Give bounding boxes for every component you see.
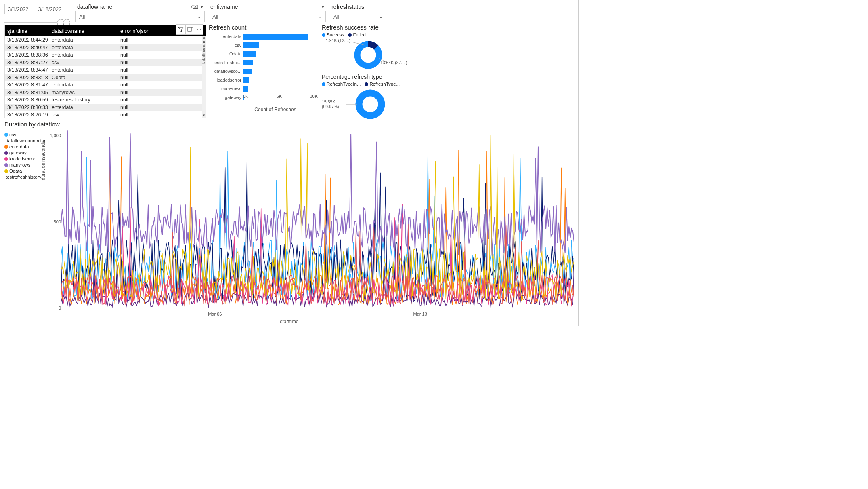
cell-dataflowname: csv <box>49 59 118 66</box>
table-row[interactable]: 3/18/2022 8:38:36 AM enterdata null <box>5 51 206 59</box>
bar-category-label: gateway <box>209 93 243 102</box>
slicer-entityname: entityname ▾ All ⌄ <box>209 4 326 22</box>
refresh-success-chart[interactable]: Refresh success rate Success Failed 1.91… <box>322 24 403 70</box>
chevron-down-icon: ⌄ <box>319 14 322 19</box>
refresh-type-chart[interactable]: Percentage refresh type RefreshTypeIn...… <box>322 74 403 120</box>
legend-dot-icon <box>348 33 352 37</box>
legend-item[interactable]: enterdata <box>4 144 41 149</box>
bar-category-label: dataflowsco... <box>209 67 243 76</box>
legend-item[interactable]: gateway <box>4 150 41 155</box>
slicer-label: refreshstatus <box>331 4 364 10</box>
duration-by-dataflow-chart[interactable]: Duration by dataflow csvdataflowsconnect… <box>4 121 574 322</box>
cell-dataflowname: manyrows <box>49 89 118 96</box>
legend-item[interactable]: manyrows <box>4 162 41 167</box>
refresh-count-chart[interactable]: Refresh count dataflowname enterdatacsvO… <box>209 24 318 121</box>
legend-item[interactable]: testrefreshhistory <box>4 175 41 179</box>
cell-starttime: 3/18/2022 8:37:27 AM <box>5 59 49 66</box>
legend-dot-icon <box>4 145 8 149</box>
slicer-value: All <box>212 14 218 20</box>
svg-point-4 <box>359 93 382 116</box>
slicer-value: All <box>333 14 339 20</box>
chevron-down-icon[interactable]: ▾ <box>201 4 203 10</box>
cell-error: null <box>118 36 206 44</box>
bar-category-label: manyrows <box>209 84 243 93</box>
legend-item-failed: Failed <box>348 32 365 37</box>
cell-starttime: 3/18/2022 8:31:05 AM <box>5 89 49 96</box>
cell-dataflowname: enterdata <box>49 104 118 111</box>
legend-item-success: Success <box>322 32 344 37</box>
bar-plot-area <box>243 32 318 93</box>
legend-item[interactable]: dataflowsconnector <box>4 138 41 143</box>
bar-category-label: Odata <box>209 50 243 59</box>
cell-error: null <box>118 59 206 66</box>
bar[interactable] <box>243 69 252 74</box>
bar[interactable] <box>243 86 248 92</box>
bar[interactable] <box>243 42 259 48</box>
cell-dataflowname: enterdata <box>49 51 118 59</box>
legend-dot-icon <box>4 133 8 137</box>
cell-error: null <box>118 44 206 51</box>
cell-error: null <box>118 74 206 81</box>
slicer-dropdown-dataflowname[interactable]: All ⌄ <box>75 11 205 22</box>
cell-error: null <box>118 89 206 96</box>
chart-title: Duration by dataflow <box>4 121 574 128</box>
table-row[interactable]: 3/18/2022 8:30:33 AM enterdata null <box>5 104 206 112</box>
cell-dataflowname: csv <box>49 111 118 118</box>
legend-item[interactable]: loadcdserror <box>4 156 41 161</box>
date-end-input[interactable]: 3/18/2022 <box>35 4 65 14</box>
eraser-icon[interactable]: ⌫ <box>191 4 198 10</box>
legend-item[interactable]: Odata <box>4 169 41 173</box>
y-axis-ticks: 1,000 500 0 <box>49 133 61 310</box>
cell-error: null <box>118 111 206 118</box>
donut-label-failed: 1.91K (12....) <box>326 38 350 43</box>
chevron-down-icon: ⌄ <box>379 14 383 19</box>
more-options-icon[interactable]: ⋯ <box>195 24 203 35</box>
bar[interactable] <box>243 77 249 83</box>
x-axis-title: Count of Refreshes <box>233 107 318 112</box>
line-chart-legend: csvdataflowsconnectorenterdatagatewayloa… <box>4 132 41 181</box>
table-row[interactable]: 3/18/2022 8:34:47 AM enterdata null <box>5 66 206 74</box>
donut-charts-column: Refresh success rate Success Failed 1.91… <box>322 24 403 123</box>
bar-category-label: csv <box>209 41 243 50</box>
slicer-refreshstatus: refreshstatus All ⌄ <box>330 4 386 22</box>
table-row[interactable]: 3/18/2022 8:26:19 AM csv null <box>5 111 206 118</box>
slicer-dropdown-entityname[interactable]: All ⌄ <box>209 11 326 22</box>
bar[interactable] <box>243 60 253 65</box>
svg-rect-0 <box>188 27 191 31</box>
table-body[interactable]: 3/18/2022 8:44:29 AM enterdata null3/18/… <box>5 36 206 118</box>
chevron-down-icon: ⌄ <box>197 14 201 19</box>
table-row[interactable]: 3/18/2022 8:37:27 AM csv null <box>5 59 206 67</box>
table-row[interactable]: 3/18/2022 8:31:05 AM manyrows null <box>5 89 206 97</box>
bar[interactable] <box>243 34 308 40</box>
cell-starttime: 3/18/2022 8:33:18 AM <box>5 74 49 81</box>
table-row[interactable]: 3/18/2022 8:30:59 AM testrefreshhistory … <box>5 96 206 104</box>
cell-dataflowname: enterdata <box>49 44 118 51</box>
cell-starttime: 3/18/2022 8:31:47 AM <box>5 81 49 89</box>
cell-error: null <box>118 81 206 89</box>
table-row[interactable]: 3/18/2022 8:44:29 AM enterdata null <box>5 36 206 44</box>
slicer-label: dataflowname <box>77 4 112 10</box>
filter-icon[interactable] <box>176 24 186 35</box>
cell-error: null <box>118 96 206 103</box>
column-header-dataflowname[interactable]: dataflowname <box>49 26 118 36</box>
y-axis-labels: enterdatacsvOdatatestrefreshhi...dataflo… <box>209 32 243 93</box>
table-row[interactable]: 3/18/2022 8:33:18 AM Odata null <box>5 74 206 82</box>
donut-label-success: 13.64K (87....) <box>380 60 407 65</box>
date-range-filter: 3/1/2022 3/18/2022 <box>4 4 68 27</box>
legend-dot-icon <box>322 33 325 37</box>
table-row[interactable]: 3/18/2022 8:40:47 AM enterdata null <box>5 44 206 52</box>
legend-item-type-in: RefreshTypeIn... <box>322 82 361 86</box>
legend-item[interactable]: csv <box>4 132 41 137</box>
cell-starttime: 3/18/2022 8:38:36 AM <box>5 51 49 59</box>
column-header-starttime[interactable]: starttime <box>5 26 49 36</box>
date-start-input[interactable]: 3/1/2022 <box>4 4 32 14</box>
table-row[interactable]: 3/18/2022 8:31:47 AM enterdata null <box>5 81 206 89</box>
slicer-value: All <box>79 14 85 20</box>
bar[interactable] <box>243 51 256 57</box>
dashboard-root: 3/1/2022 3/18/2022 dataflowname ⌫ ▾ All … <box>0 0 579 326</box>
chevron-down-icon[interactable]: ▾ <box>322 4 324 10</box>
focus-mode-icon[interactable] <box>185 24 195 35</box>
slicer-dropdown-refreshstatus[interactable]: All ⌄ <box>330 11 386 22</box>
cell-error: null <box>118 51 206 59</box>
bar-category-label: testrefreshhi... <box>209 59 243 67</box>
